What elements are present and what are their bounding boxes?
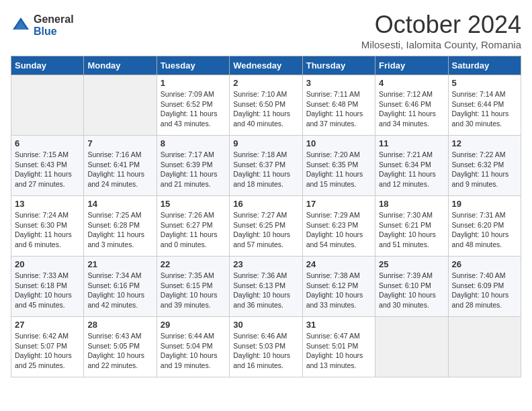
calendar-cell: 21Sunrise: 7:34 AMSunset: 6:16 PMDayligh… [84, 257, 157, 317]
day-info: Sunrise: 7:39 AMSunset: 6:10 PMDaylight:… [379, 271, 444, 310]
calendar-cell: 16Sunrise: 7:27 AMSunset: 6:25 PMDayligh… [230, 196, 302, 257]
calendar-cell: 20Sunrise: 7:33 AMSunset: 6:18 PMDayligh… [11, 257, 84, 317]
day-number: 2 [233, 78, 298, 88]
day-info: Sunrise: 7:34 AMSunset: 6:16 PMDaylight:… [87, 271, 152, 310]
calendar-cell [84, 75, 157, 136]
logo: General Blue [11, 13, 74, 37]
day-info: Sunrise: 7:40 AMSunset: 6:09 PMDaylight:… [452, 271, 517, 310]
day-info: Sunrise: 7:35 AMSunset: 6:15 PMDaylight:… [161, 271, 226, 310]
calendar-table: Sunday Monday Tuesday Wednesday Thursday… [11, 56, 521, 377]
calendar-week-3: 13Sunrise: 7:24 AMSunset: 6:30 PMDayligh… [11, 196, 521, 257]
day-number: 6 [15, 138, 80, 148]
day-number: 19 [452, 199, 517, 209]
page-header: General Blue October 2024 Milosesti, Ial… [11, 11, 521, 50]
day-number: 7 [87, 138, 152, 148]
calendar-cell: 1Sunrise: 7:09 AMSunset: 6:52 PMDaylight… [157, 75, 229, 136]
day-number: 5 [452, 78, 517, 88]
day-number: 1 [161, 78, 226, 88]
calendar-cell: 2Sunrise: 7:10 AMSunset: 6:50 PMDaylight… [230, 75, 302, 136]
calendar-cell: 22Sunrise: 7:35 AMSunset: 6:15 PMDayligh… [157, 257, 229, 317]
day-info: Sunrise: 6:43 AMSunset: 5:05 PMDaylight:… [87, 331, 152, 371]
day-info: Sunrise: 6:46 AMSunset: 5:03 PMDaylight:… [233, 331, 298, 371]
calendar-cell [375, 317, 448, 377]
day-info: Sunrise: 6:44 AMSunset: 5:04 PMDaylight:… [161, 331, 226, 371]
day-number: 10 [306, 138, 371, 148]
day-number: 16 [233, 199, 298, 209]
day-info: Sunrise: 7:30 AMSunset: 6:21 PMDaylight:… [379, 210, 444, 250]
day-number: 20 [15, 259, 80, 269]
day-number: 3 [306, 78, 371, 88]
day-number: 31 [306, 320, 371, 330]
day-info: Sunrise: 7:38 AMSunset: 6:12 PMDaylight:… [306, 271, 371, 310]
col-sunday: Sunday [11, 56, 84, 75]
day-info: Sunrise: 7:11 AMSunset: 6:48 PMDaylight:… [306, 89, 371, 129]
day-info: Sunrise: 6:47 AMSunset: 5:01 PMDaylight:… [306, 331, 371, 371]
col-friday: Friday [375, 56, 448, 75]
calendar-cell: 8Sunrise: 7:17 AMSunset: 6:39 PMDaylight… [157, 136, 229, 196]
day-number: 22 [161, 259, 226, 269]
calendar-header-row: Sunday Monday Tuesday Wednesday Thursday… [11, 56, 521, 75]
day-number: 30 [233, 320, 298, 330]
day-info: Sunrise: 6:42 AMSunset: 5:07 PMDaylight:… [15, 331, 80, 371]
calendar-cell: 5Sunrise: 7:14 AMSunset: 6:44 PMDaylight… [448, 75, 521, 136]
calendar-cell: 14Sunrise: 7:25 AMSunset: 6:28 PMDayligh… [84, 196, 157, 257]
calendar-cell: 15Sunrise: 7:26 AMSunset: 6:27 PMDayligh… [157, 196, 229, 257]
col-wednesday: Wednesday [230, 56, 302, 75]
day-info: Sunrise: 7:20 AMSunset: 6:35 PMDaylight:… [306, 150, 371, 189]
day-number: 28 [87, 320, 152, 330]
day-info: Sunrise: 7:21 AMSunset: 6:34 PMDaylight:… [379, 150, 444, 189]
day-number: 9 [233, 138, 298, 148]
calendar-cell: 29Sunrise: 6:44 AMSunset: 5:04 PMDayligh… [157, 317, 229, 377]
day-number: 18 [379, 199, 444, 209]
calendar-cell: 23Sunrise: 7:36 AMSunset: 6:13 PMDayligh… [230, 257, 302, 317]
calendar-cell: 6Sunrise: 7:15 AMSunset: 6:43 PMDaylight… [11, 136, 84, 196]
calendar-cell: 26Sunrise: 7:40 AMSunset: 6:09 PMDayligh… [448, 257, 521, 317]
day-number: 21 [87, 259, 152, 269]
day-info: Sunrise: 7:22 AMSunset: 6:32 PMDaylight:… [452, 150, 517, 189]
day-info: Sunrise: 7:24 AMSunset: 6:30 PMDaylight:… [15, 210, 80, 250]
calendar-cell [11, 75, 84, 136]
calendar-cell: 18Sunrise: 7:30 AMSunset: 6:21 PMDayligh… [375, 196, 448, 257]
day-number: 24 [306, 259, 371, 269]
col-saturday: Saturday [448, 56, 521, 75]
calendar-cell: 27Sunrise: 6:42 AMSunset: 5:07 PMDayligh… [11, 317, 84, 377]
calendar-cell: 7Sunrise: 7:16 AMSunset: 6:41 PMDaylight… [84, 136, 157, 196]
col-tuesday: Tuesday [157, 56, 229, 75]
day-number: 17 [306, 199, 371, 209]
calendar-cell: 12Sunrise: 7:22 AMSunset: 6:32 PMDayligh… [448, 136, 521, 196]
calendar-cell: 28Sunrise: 6:43 AMSunset: 5:05 PMDayligh… [84, 317, 157, 377]
day-info: Sunrise: 7:29 AMSunset: 6:23 PMDaylight:… [306, 210, 371, 250]
calendar-week-4: 20Sunrise: 7:33 AMSunset: 6:18 PMDayligh… [11, 257, 521, 317]
day-info: Sunrise: 7:26 AMSunset: 6:27 PMDaylight:… [161, 210, 226, 250]
calendar-week-2: 6Sunrise: 7:15 AMSunset: 6:43 PMDaylight… [11, 136, 521, 196]
calendar-cell: 31Sunrise: 6:47 AMSunset: 5:01 PMDayligh… [302, 317, 375, 377]
calendar-cell: 13Sunrise: 7:24 AMSunset: 6:30 PMDayligh… [11, 196, 84, 257]
day-info: Sunrise: 7:33 AMSunset: 6:18 PMDaylight:… [15, 271, 80, 310]
day-number: 23 [233, 259, 298, 269]
day-number: 14 [87, 199, 152, 209]
calendar-cell: 25Sunrise: 7:39 AMSunset: 6:10 PMDayligh… [375, 257, 448, 317]
day-info: Sunrise: 7:31 AMSunset: 6:20 PMDaylight:… [452, 210, 517, 250]
day-number: 29 [161, 320, 226, 330]
day-number: 27 [15, 320, 80, 330]
day-info: Sunrise: 7:10 AMSunset: 6:50 PMDaylight:… [233, 89, 298, 129]
col-thursday: Thursday [302, 56, 375, 75]
logo-general: General [34, 13, 74, 26]
day-info: Sunrise: 7:17 AMSunset: 6:39 PMDaylight:… [161, 150, 226, 189]
logo-text: General Blue [34, 13, 74, 37]
day-number: 8 [161, 138, 226, 148]
page-container: General Blue October 2024 Milosesti, Ial… [0, 0, 532, 384]
day-number: 11 [379, 138, 444, 148]
calendar-cell: 24Sunrise: 7:38 AMSunset: 6:12 PMDayligh… [302, 257, 375, 317]
calendar-cell: 9Sunrise: 7:18 AMSunset: 6:37 PMDaylight… [230, 136, 302, 196]
day-number: 13 [15, 199, 80, 209]
logo-blue: Blue [34, 26, 74, 38]
day-number: 12 [452, 138, 517, 148]
day-info: Sunrise: 7:36 AMSunset: 6:13 PMDaylight:… [233, 271, 298, 310]
calendar-cell: 19Sunrise: 7:31 AMSunset: 6:20 PMDayligh… [448, 196, 521, 257]
calendar-week-5: 27Sunrise: 6:42 AMSunset: 5:07 PMDayligh… [11, 317, 521, 377]
day-number: 4 [379, 78, 444, 88]
calendar-week-1: 1Sunrise: 7:09 AMSunset: 6:52 PMDaylight… [11, 75, 521, 136]
col-monday: Monday [84, 56, 157, 75]
day-info: Sunrise: 7:09 AMSunset: 6:52 PMDaylight:… [161, 89, 226, 129]
